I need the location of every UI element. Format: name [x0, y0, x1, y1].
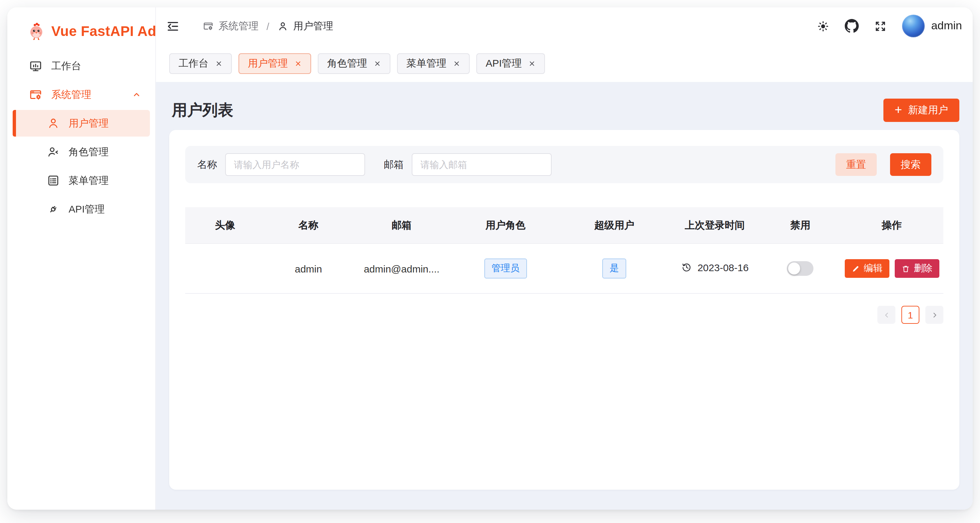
user-menu[interactable]: admin: [902, 15, 962, 37]
chevron-up-icon: [131, 89, 142, 100]
cell-name: admin: [265, 243, 352, 294]
app-window: Vue FastAPI Admin 工作台: [7, 7, 973, 510]
col-last-login: 上次登录时间: [669, 207, 760, 243]
list-box-icon: [46, 173, 60, 188]
sidebar-item-label: 系统管理: [51, 88, 91, 101]
col-email: 邮箱: [352, 207, 451, 243]
header-actions: admin: [816, 15, 962, 37]
email-filter-input[interactable]: [412, 153, 552, 176]
new-user-label: 新建用户: [908, 104, 948, 117]
tab-workbench[interactable]: 工作台: [169, 53, 232, 74]
pencil-icon: [851, 264, 860, 273]
window-gear-icon: [29, 87, 43, 102]
app-logo[interactable]: Vue FastAPI Admin: [7, 7, 155, 47]
tab-label: 角色管理: [327, 57, 367, 70]
tab-label: 菜单管理: [406, 57, 446, 70]
table-header-row: 头像 名称 邮箱 用户角色 超级用户 上次登录时间 禁用 操作: [185, 207, 943, 243]
tab-label: 用户管理: [248, 57, 288, 70]
close-icon[interactable]: [374, 60, 381, 67]
person-switch-icon: [46, 145, 60, 159]
fullscreen-icon[interactable]: [873, 19, 887, 33]
sidebar-item-roles[interactable]: 角色管理: [13, 138, 150, 165]
tab-label: API管理: [486, 57, 522, 70]
breadcrumb-item-system[interactable]: 系统管理: [202, 20, 258, 32]
email-filter-label: 邮箱: [384, 158, 404, 171]
sidebar-item-label: 用户管理: [68, 117, 108, 130]
person-icon: [46, 116, 60, 130]
sidebar-item-workbench[interactable]: 工作台: [13, 52, 150, 79]
breadcrumb-label: 系统管理: [218, 20, 258, 32]
sidebar-item-label: 角色管理: [68, 146, 108, 158]
sidebar-item-system[interactable]: 系统管理: [13, 81, 150, 108]
close-icon[interactable]: [453, 60, 460, 67]
search-button[interactable]: 搜索: [890, 153, 931, 176]
name-filter-input[interactable]: [225, 153, 365, 176]
sidebar-item-users[interactable]: 用户管理: [13, 110, 150, 137]
top-header: 系统管理 / 用户管理: [156, 7, 973, 45]
reset-button[interactable]: 重置: [835, 153, 877, 176]
col-avatar: 头像: [185, 207, 265, 243]
last-login-value: 2023-08-16: [697, 262, 748, 273]
edit-button[interactable]: 编辑: [845, 259, 889, 278]
disable-toggle[interactable]: [787, 261, 814, 276]
sidebar-item-label: 工作台: [51, 60, 81, 72]
cell-actions: 编辑: [840, 243, 943, 294]
superuser-tag: 是: [602, 259, 626, 278]
next-page-button[interactable]: [925, 306, 943, 324]
cell-last-login: 2023-08-16: [669, 243, 760, 294]
tab-label: 工作台: [178, 57, 208, 70]
github-icon[interactable]: [845, 19, 858, 33]
plug-icon: [46, 202, 60, 216]
filter-actions: 重置 搜索: [835, 153, 931, 176]
tab-bar: 工作台 用户管理 角色管理: [156, 45, 973, 82]
chick-logo-icon: [27, 22, 45, 40]
sidebar-item-api[interactable]: API管理: [13, 196, 150, 223]
col-superuser: 超级用户: [560, 207, 669, 243]
breadcrumb-label: 用户管理: [293, 20, 333, 32]
tab-roles[interactable]: 角色管理: [318, 53, 390, 74]
prev-page-button[interactable]: [877, 306, 896, 324]
tab-users[interactable]: 用户管理: [239, 53, 311, 74]
col-actions: 操作: [840, 207, 943, 243]
theme-toggle-sun-icon[interactable]: [816, 19, 830, 33]
filter-bar: 名称 邮箱 重置 搜索: [185, 146, 943, 183]
delete-button[interactable]: 删除: [894, 259, 939, 278]
edit-label: 编辑: [864, 262, 882, 275]
breadcrumb-separator: /: [266, 20, 269, 32]
close-icon[interactable]: [528, 60, 536, 67]
sidebar-item-label: 菜单管理: [68, 174, 108, 187]
name-filter-label: 名称: [197, 158, 217, 171]
col-name: 名称: [265, 207, 352, 243]
collapse-sidebar-icon[interactable]: [166, 19, 180, 33]
close-icon[interactable]: [215, 60, 223, 67]
page-background: Vue FastAPI Admin 工作台: [0, 0, 980, 523]
col-role: 用户角色: [451, 207, 560, 243]
col-disabled: 禁用: [760, 207, 840, 243]
breadcrumb: 系统管理 / 用户管理: [202, 20, 333, 32]
trash-icon: [901, 264, 910, 273]
page-number-button[interactable]: 1: [901, 306, 920, 324]
sidebar-menu: 工作台 系统管理: [7, 47, 155, 229]
monitor-chart-icon: [29, 59, 43, 73]
close-icon[interactable]: [294, 60, 302, 67]
tab-menus[interactable]: 菜单管理: [397, 53, 470, 74]
delete-label: 删除: [914, 262, 932, 275]
person-icon: [277, 20, 288, 32]
page-header: 用户列表 + 新建用户: [156, 82, 973, 122]
main-area: 系统管理 / 用户管理: [156, 7, 973, 510]
users-table: 头像 名称 邮箱 用户角色 超级用户 上次登录时间 禁用 操作: [185, 207, 943, 294]
username: admin: [931, 19, 962, 33]
window-gear-icon: [202, 20, 214, 32]
breadcrumb-item-users[interactable]: 用户管理: [277, 20, 333, 32]
cell-role: 管理员: [451, 243, 560, 294]
sidebar-item-menus[interactable]: 菜单管理: [13, 167, 150, 194]
content-area: 用户列表 + 新建用户 名称 邮箱 重置: [156, 82, 973, 510]
tab-api[interactable]: API管理: [476, 53, 545, 74]
new-user-button[interactable]: + 新建用户: [883, 99, 959, 122]
table-row: admin admin@admin.... 管理员 是: [185, 243, 943, 294]
page-title: 用户列表: [172, 100, 233, 121]
sidebar-item-label: API管理: [68, 203, 105, 216]
role-tag: 管理员: [484, 259, 527, 278]
avatar: [902, 15, 924, 37]
content-card: 名称 邮箱 重置 搜索: [169, 130, 959, 490]
